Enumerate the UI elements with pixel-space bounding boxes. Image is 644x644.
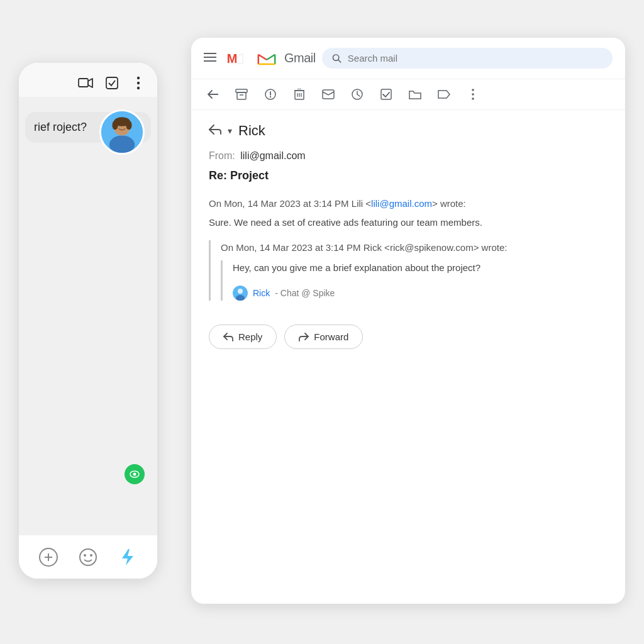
nested-quote-header: On Mon, 14 Mar 2023 at 3:14 PM Rick <ric… [221,240,608,255]
task-icon[interactable] [377,86,395,103]
folder-icon[interactable] [406,86,424,103]
reply-icon [223,333,233,341]
reply-button[interactable]: Reply [209,325,277,349]
gmail-logo: M [225,48,245,69]
svg-rect-29 [237,92,246,99]
seen-indicator [125,464,145,484]
search-icon [332,53,341,64]
emoji-icon[interactable] [77,546,99,569]
mobile-bottom-bar [19,535,157,579]
more-options-icon[interactable] [130,74,147,92]
clock-icon[interactable] [348,86,366,103]
gmail-label: Gmail [284,51,316,65]
reply-arrow-icon[interactable] [209,125,221,138]
svg-point-33 [270,96,271,97]
gmail-header: M Gmail [191,38,625,79]
svg-point-5 [137,87,140,89]
quote-header: On Mon, 14 Mar 2023 at 3:14 PM Lili <lil… [209,196,608,211]
svg-point-18 [84,554,86,557]
svg-point-4 [137,82,140,84]
svg-point-3 [137,77,140,79]
gmail-content: ▾ Rick From: lili@gmail.com Re: Project … [191,110,625,604]
more-icon[interactable] [464,86,482,103]
spike-name: Rick [253,286,270,300]
from-email: lili@gmail.com [240,150,305,161]
svg-point-10 [112,121,118,130]
mobile-avatar-area [99,109,145,155]
double-nested-quote: Hey, can you give me a brief explanation… [221,260,608,301]
from-label: From: [209,150,235,161]
mobile-chat-area: rief roject? [19,97,157,535]
svg-point-17 [80,549,96,565]
gmail-toolbar [191,79,625,110]
svg-line-43 [357,94,360,96]
gmail-m-logo [257,51,277,66]
search-bar[interactable] [322,48,613,69]
nested-quote: On Mon, 14 Mar 2023 at 3:14 PM Rick <ric… [209,240,608,301]
spike-separator: - Chat @ Spike [275,286,335,300]
archive-icon[interactable] [233,86,250,103]
email-to-name: Rick [238,123,265,139]
menu-icon[interactable] [204,51,216,65]
svg-text:M: M [227,51,238,65]
delete-icon[interactable] [291,86,308,103]
add-button[interactable] [37,546,60,569]
quote-body: Sure. We need a set of creative ads feat… [209,215,608,230]
spike-signature: Rick - Chat @ Spike [233,286,608,301]
email-from-row: From: lili@gmail.com [209,150,608,162]
svg-point-49 [238,289,243,294]
svg-point-45 [472,89,474,91]
svg-rect-2 [106,77,118,89]
spam-icon[interactable] [262,86,279,103]
forward-icon [299,333,309,341]
email-subject: Re: Project [209,169,608,182]
forward-button[interactable]: Forward [284,325,363,349]
mail-icon[interactable] [319,86,337,103]
video-icon[interactable] [77,74,94,92]
svg-point-13 [133,473,136,476]
svg-point-46 [472,93,474,96]
dropdown-arrow-icon[interactable]: ▾ [228,126,232,136]
lightning-icon[interactable] [116,546,139,569]
svg-point-19 [90,554,92,557]
back-button[interactable] [204,86,221,103]
email-action-buttons: Reply Forward [209,318,608,349]
svg-line-27 [338,60,341,62]
svg-rect-0 [79,79,88,87]
svg-point-7 [109,136,135,154]
spike-avatar [233,286,248,301]
svg-marker-1 [88,79,92,87]
svg-point-11 [126,121,131,130]
svg-rect-40 [323,90,334,99]
email-subject-row: ▾ Rick [209,123,608,139]
avatar [99,109,145,155]
svg-point-47 [472,97,474,100]
gmail-panel: M Gmail [191,38,625,604]
quote-email-link[interactable]: lili@gmail.com [371,198,432,209]
nested-quote-body: Hey, can you give me a brief explanation… [233,260,608,275]
search-input[interactable] [348,53,602,64]
checkbox-icon[interactable] [103,74,121,92]
mobile-panel: rief roject? [19,63,157,579]
svg-point-26 [333,54,338,60]
email-body: On Mon, 14 Mar 2023 at 3:14 PM Lili <lil… [209,196,608,301]
label-icon[interactable] [435,86,453,103]
mobile-top-bar [19,63,157,97]
svg-marker-20 [122,549,133,565]
